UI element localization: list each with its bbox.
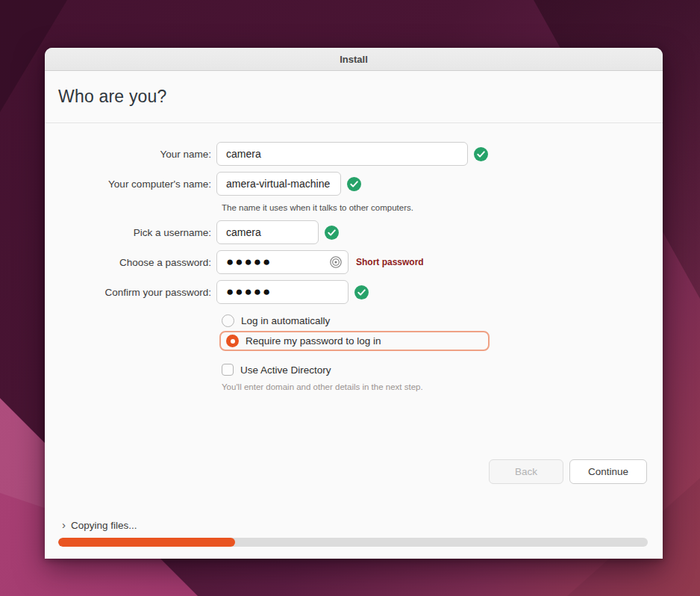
active-directory-hint-row: You'll enter domain and other details in… xyxy=(222,379,663,393)
computer-name-label: Your computer's name: xyxy=(58,179,216,190)
active-directory-hint: You'll enter domain and other details in… xyxy=(222,382,423,391)
radio-unselected-icon[interactable] xyxy=(222,314,234,327)
who-are-you-form: Your name: Your computer's name: The nam… xyxy=(45,123,663,393)
active-directory-label: Use Active Directory xyxy=(240,364,331,376)
login-automatically-option[interactable]: Log in automatically xyxy=(222,314,663,327)
username-input[interactable] xyxy=(216,220,319,244)
valid-check-icon xyxy=(325,226,339,240)
username-row: Pick a username: xyxy=(58,220,663,244)
password-input-wrap xyxy=(216,250,349,274)
back-button[interactable]: Back xyxy=(489,459,563,484)
username-label: Pick a username: xyxy=(58,227,216,238)
progress-bar xyxy=(58,538,648,547)
status-expander[interactable]: › Copying files... xyxy=(62,520,648,531)
confirm-password-label: Confirm your password: xyxy=(58,287,216,298)
your-name-label: Your name: xyxy=(58,149,216,160)
valid-check-icon xyxy=(354,285,369,299)
checkbox-unchecked-icon[interactable] xyxy=(222,364,234,376)
confirm-password-input[interactable] xyxy=(216,280,349,304)
your-name-input[interactable] xyxy=(216,142,468,166)
radio-selected-icon[interactable] xyxy=(226,335,239,347)
page-header: Who are you? xyxy=(45,71,663,123)
computer-name-input[interactable] xyxy=(216,172,341,196)
require-password-option[interactable]: Require my password to log in xyxy=(219,331,490,351)
progress-bar-fill xyxy=(58,538,235,547)
page-title: Who are you? xyxy=(58,87,167,107)
install-status-text: Copying files... xyxy=(71,520,137,531)
wizard-actions: Back Continue xyxy=(489,459,647,484)
login-options: Log in automatically Require my password… xyxy=(58,314,663,393)
valid-check-icon xyxy=(347,177,361,191)
login-automatically-label: Log in automatically xyxy=(241,315,330,326)
password-row: Choose a password: Short password xyxy=(58,250,663,274)
password-warning: Short password xyxy=(356,257,424,267)
require-password-label: Require my password to log in xyxy=(246,335,381,347)
installer-window: Install Who are you? Your name: Your com… xyxy=(45,48,663,559)
computer-name-row: Your computer's name: xyxy=(58,172,663,196)
install-progress-footer: › Copying files... xyxy=(58,520,648,547)
titlebar[interactable]: Install xyxy=(45,48,663,71)
confirm-password-row: Confirm your password: xyxy=(58,280,663,304)
active-directory-option[interactable]: Use Active Directory xyxy=(222,364,663,376)
window-title: Install xyxy=(340,54,368,65)
your-name-row: Your name: xyxy=(58,142,663,166)
password-label: Choose a password: xyxy=(58,257,216,268)
expander-chevron-icon: › xyxy=(62,519,66,530)
continue-button[interactable]: Continue xyxy=(569,459,647,484)
computer-name-hint-row: The name it uses when it talks to other … xyxy=(222,200,663,214)
reveal-password-icon[interactable] xyxy=(329,255,343,269)
computer-name-hint: The name it uses when it talks to other … xyxy=(222,203,413,212)
valid-check-icon xyxy=(474,147,488,161)
